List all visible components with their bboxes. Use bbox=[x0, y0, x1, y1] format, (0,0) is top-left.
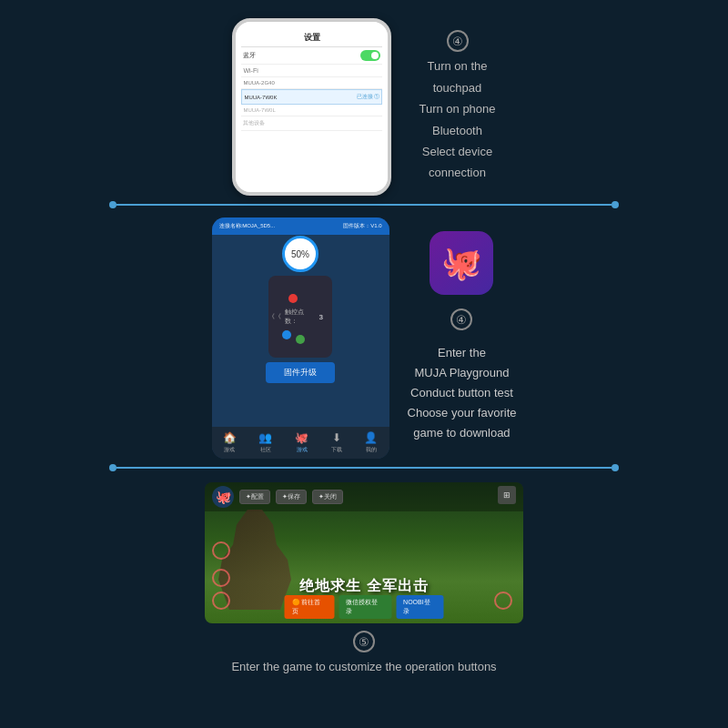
nav-item-download[interactable]: ⬇ 下载 bbox=[331, 431, 342, 454]
circle-overlay-1 bbox=[212, 541, 230, 560]
phone-row-5: MUUA-7W0L bbox=[241, 105, 382, 116]
dot2-left bbox=[109, 464, 116, 471]
step4-instructions: ④ Turn on the touchpad Turn on phone Blu… bbox=[419, 30, 495, 183]
section1: 设置 蓝牙 Wi-Fi MUUA-2G40 MUUA-7W0K 已连接 ① bbox=[0, 18, 728, 196]
nav-item-games[interactable]: 🏠 游戏 bbox=[223, 431, 237, 454]
game-overlay-top: 🐙 ✦配置 ✦保存 ✦关闭 ⊞ bbox=[205, 482, 523, 511]
app-device-name: 连接名称:MOJA_5D5... bbox=[219, 222, 276, 230]
step4b-circle: ④ bbox=[450, 308, 472, 330]
green-dot bbox=[296, 335, 305, 344]
connector2-line bbox=[116, 467, 612, 469]
phone-mockup: 设置 蓝牙 Wi-Fi MUUA-2G40 MUUA-7W0K 已连接 ① bbox=[232, 18, 391, 196]
game-title: 绝地求生 全军出击 bbox=[299, 577, 428, 596]
config-btn[interactable]: ✦配置 bbox=[239, 490, 270, 504]
nav-item-active[interactable]: 🐙 游戏 bbox=[295, 431, 308, 454]
page-container: 设置 蓝牙 Wi-Fi MUUA-2G40 MUUA-7W0K 已连接 ① bbox=[0, 0, 728, 728]
phone-row-connected: MUUA-7W0K 已连接 ① bbox=[241, 89, 382, 105]
section2: 连接名称:MOJA_5D5... 固件版本：V1.0 50% 《《 触控点数： … bbox=[0, 217, 728, 459]
phone-row-1: 蓝牙 bbox=[241, 47, 382, 65]
action-btn3[interactable]: NOOBI登录 bbox=[396, 595, 443, 619]
close-btn[interactable]: ✦关闭 bbox=[312, 490, 343, 504]
nav-item-profile[interactable]: 👤 我的 bbox=[364, 431, 378, 454]
dot-right bbox=[612, 201, 619, 208]
gamepad-body: 《《 触控点数： 3 bbox=[268, 276, 332, 358]
step4b-line1: Enter the bbox=[408, 343, 517, 363]
touch-count-value: 3 bbox=[319, 313, 323, 321]
step4-line2: touchpad bbox=[419, 77, 495, 98]
app-mockup: 连接名称:MOJA_5D5... 固件版本：V1.0 50% 《《 触控点数： … bbox=[212, 217, 389, 459]
character-silhouette bbox=[218, 510, 291, 610]
circle-overlay-2 bbox=[212, 569, 230, 587]
blue-dot bbox=[282, 330, 291, 339]
connector2 bbox=[109, 464, 619, 471]
section2-right: 🐙 ④ Enter the MUJA Playground Conduct bu… bbox=[408, 217, 517, 443]
app-firmware: 固件版本：V1.0 bbox=[343, 222, 381, 230]
action-btn2[interactable]: 微信授权登录 bbox=[339, 595, 391, 619]
game-bottom-btns: 🟠 前往首页 微信授权登录 NOOBI登录 bbox=[285, 595, 444, 619]
game-screenshot: 🐙 ✦配置 ✦保存 ✦关闭 ⊞ 绝地求生 全军出击 🟠 前往首页 微信授权登录 … bbox=[205, 482, 523, 623]
phone-row-2: Wi-Fi bbox=[241, 65, 382, 77]
step4-line5: Select device bbox=[419, 141, 495, 162]
touch-count-label: 触控点数： bbox=[285, 308, 316, 326]
nav-item-community[interactable]: 👥 社区 bbox=[258, 431, 272, 454]
app-top-bar: 连接名称:MOJA_5D5... 固件版本：V1.0 bbox=[212, 217, 389, 235]
connector1 bbox=[109, 201, 619, 208]
bluetooth-toggle[interactable] bbox=[360, 50, 380, 61]
step4-line1: Turn on the bbox=[419, 56, 495, 76]
circle-overlay-4 bbox=[494, 592, 512, 610]
step4b-line4: Choose your favorite bbox=[408, 403, 517, 423]
step4-line6: connection bbox=[419, 162, 495, 183]
step5-text: Enter the game to customize the operatio… bbox=[231, 660, 496, 673]
dot2-right bbox=[612, 464, 619, 471]
step4b-line3: Conduct button test bbox=[408, 383, 517, 403]
section3: 🐙 ✦配置 ✦保存 ✦关闭 ⊞ 绝地求生 全军出击 🟠 前往首页 微信授权登录 … bbox=[0, 482, 728, 673]
upgrade-button[interactable]: 固件升级 bbox=[266, 362, 335, 383]
step4-circle: ④ bbox=[447, 30, 469, 52]
step4b-line5: game to download bbox=[408, 423, 517, 443]
step4-line4: Bluetooth bbox=[419, 120, 495, 141]
phone-settings-title: 设置 bbox=[304, 32, 320, 44]
step4b-instructions: Enter the MUJA Playground Conduct button… bbox=[408, 343, 517, 443]
action-btn1[interactable]: 🟠 前往首页 bbox=[285, 595, 335, 619]
touch-count-area: 《《 触控点数： 3 bbox=[268, 308, 323, 326]
phone-row-6: 其他设备 bbox=[241, 116, 382, 131]
progress-value: 50% bbox=[291, 249, 309, 259]
octopus-icon: 🐙 bbox=[430, 231, 493, 295]
progress-circle: 50% bbox=[282, 236, 318, 272]
step4-line3: Turn on phone bbox=[419, 98, 495, 119]
save-btn[interactable]: ✦保存 bbox=[276, 490, 307, 504]
phone-row-3: MUUA-2G40 bbox=[241, 77, 382, 89]
app-bottom-nav: 🏠 游戏 👥 社区 🐙 游戏 ⬇ 下载 👤 我的 bbox=[212, 427, 389, 459]
red-dot bbox=[288, 294, 298, 303]
step4b-circle-wrapper: ④ bbox=[450, 308, 472, 334]
step5-circle: ⑤ bbox=[353, 631, 375, 652]
circle-overlay-3 bbox=[212, 592, 230, 610]
step4b-line2: MUJA Playground bbox=[408, 363, 517, 383]
dot-left bbox=[109, 201, 116, 208]
connector-line bbox=[116, 204, 612, 206]
step5-section: ⑤ Enter the game to customize the operat… bbox=[231, 631, 496, 673]
